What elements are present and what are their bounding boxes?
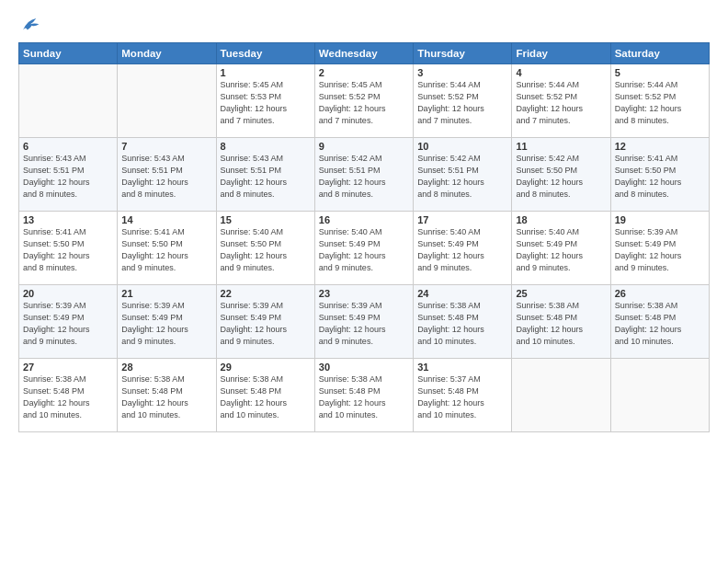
day-number: 14 — [121, 214, 211, 225]
day-number: 18 — [516, 214, 606, 225]
weekday-header-sunday: Sunday — [19, 43, 118, 64]
day-info: Sunrise: 5:39 AMSunset: 5:49 PMDaylight:… — [319, 300, 409, 348]
day-info: Sunrise: 5:41 AMSunset: 5:50 PMDaylight:… — [615, 153, 705, 201]
calendar-cell — [118, 64, 216, 138]
calendar-cell: 10Sunrise: 5:42 AMSunset: 5:51 PMDayligh… — [414, 138, 512, 212]
calendar-cell: 4Sunrise: 5:44 AMSunset: 5:52 PMDaylight… — [512, 64, 610, 138]
weekday-header-tuesday: Tuesday — [216, 43, 314, 64]
header — [18, 17, 710, 33]
day-number: 17 — [417, 214, 507, 225]
day-number: 10 — [417, 141, 507, 152]
day-number: 2 — [319, 67, 409, 78]
day-number: 9 — [319, 141, 409, 152]
calendar-cell: 1Sunrise: 5:45 AMSunset: 5:53 PMDaylight… — [216, 64, 314, 138]
calendar-cell: 19Sunrise: 5:39 AMSunset: 5:49 PMDayligh… — [610, 212, 709, 285]
day-number: 19 — [615, 214, 705, 225]
weekday-header-wednesday: Wednesday — [314, 43, 413, 64]
week-row-1: 1Sunrise: 5:45 AMSunset: 5:53 PMDaylight… — [19, 64, 710, 138]
calendar-cell: 3Sunrise: 5:44 AMSunset: 5:52 PMDaylight… — [414, 64, 512, 138]
week-row-2: 6Sunrise: 5:43 AMSunset: 5:51 PMDaylight… — [19, 138, 710, 212]
day-info: Sunrise: 5:42 AMSunset: 5:51 PMDaylight:… — [319, 153, 409, 201]
day-info: Sunrise: 5:39 AMSunset: 5:49 PMDaylight:… — [121, 300, 211, 348]
weekday-header-friday: Friday — [512, 43, 610, 64]
day-info: Sunrise: 5:42 AMSunset: 5:50 PMDaylight:… — [516, 153, 606, 201]
day-number: 5 — [615, 67, 705, 78]
weekday-header-thursday: Thursday — [414, 43, 512, 64]
day-number: 28 — [121, 362, 211, 373]
day-number: 27 — [23, 362, 113, 373]
calendar-cell: 7Sunrise: 5:43 AMSunset: 5:51 PMDaylight… — [118, 138, 216, 212]
day-number: 22 — [221, 288, 311, 299]
calendar-cell: 29Sunrise: 5:38 AMSunset: 5:48 PMDayligh… — [216, 359, 314, 432]
calendar-cell: 16Sunrise: 5:40 AMSunset: 5:49 PMDayligh… — [314, 212, 413, 285]
day-number: 23 — [319, 288, 409, 299]
day-number: 13 — [23, 214, 113, 225]
day-number: 6 — [23, 141, 113, 152]
day-number: 15 — [221, 214, 311, 225]
day-info: Sunrise: 5:38 AMSunset: 5:48 PMDaylight:… — [615, 300, 705, 348]
day-info: Sunrise: 5:45 AMSunset: 5:52 PMDaylight:… — [319, 79, 409, 127]
calendar-cell: 28Sunrise: 5:38 AMSunset: 5:48 PMDayligh… — [118, 359, 216, 432]
calendar-cell: 21Sunrise: 5:39 AMSunset: 5:49 PMDayligh… — [118, 285, 216, 359]
day-info: Sunrise: 5:44 AMSunset: 5:52 PMDaylight:… — [615, 79, 705, 127]
day-info: Sunrise: 5:38 AMSunset: 5:48 PMDaylight:… — [221, 373, 311, 421]
calendar-cell: 18Sunrise: 5:40 AMSunset: 5:49 PMDayligh… — [512, 212, 610, 285]
day-info: Sunrise: 5:38 AMSunset: 5:48 PMDaylight:… — [23, 373, 113, 421]
day-info: Sunrise: 5:40 AMSunset: 5:49 PMDaylight:… — [516, 226, 606, 274]
day-info: Sunrise: 5:38 AMSunset: 5:48 PMDaylight:… — [516, 300, 606, 348]
logo-bird-icon — [20, 17, 40, 33]
day-number: 4 — [516, 67, 606, 78]
day-number: 29 — [221, 362, 311, 373]
day-info: Sunrise: 5:39 AMSunset: 5:49 PMDaylight:… — [615, 226, 705, 274]
day-info: Sunrise: 5:45 AMSunset: 5:53 PMDaylight:… — [221, 79, 311, 127]
week-row-3: 13Sunrise: 5:41 AMSunset: 5:50 PMDayligh… — [19, 212, 710, 285]
day-info: Sunrise: 5:43 AMSunset: 5:51 PMDaylight:… — [23, 153, 113, 201]
calendar-cell: 5Sunrise: 5:44 AMSunset: 5:52 PMDaylight… — [610, 64, 709, 138]
calendar-cell: 30Sunrise: 5:38 AMSunset: 5:48 PMDayligh… — [314, 359, 413, 432]
day-number: 26 — [615, 288, 705, 299]
calendar-cell: 22Sunrise: 5:39 AMSunset: 5:49 PMDayligh… — [216, 285, 314, 359]
day-info: Sunrise: 5:40 AMSunset: 5:49 PMDaylight:… — [319, 226, 409, 274]
day-info: Sunrise: 5:38 AMSunset: 5:48 PMDaylight:… — [121, 373, 211, 421]
day-info: Sunrise: 5:43 AMSunset: 5:51 PMDaylight:… — [221, 153, 311, 201]
day-info: Sunrise: 5:44 AMSunset: 5:52 PMDaylight:… — [516, 79, 606, 127]
day-number: 30 — [319, 362, 409, 373]
calendar-cell: 8Sunrise: 5:43 AMSunset: 5:51 PMDaylight… — [216, 138, 314, 212]
day-number: 8 — [221, 141, 311, 152]
calendar-cell: 15Sunrise: 5:40 AMSunset: 5:50 PMDayligh… — [216, 212, 314, 285]
calendar-cell: 12Sunrise: 5:41 AMSunset: 5:50 PMDayligh… — [610, 138, 709, 212]
calendar-cell: 13Sunrise: 5:41 AMSunset: 5:50 PMDayligh… — [19, 212, 118, 285]
calendar-cell: 6Sunrise: 5:43 AMSunset: 5:51 PMDaylight… — [19, 138, 118, 212]
calendar-cell: 9Sunrise: 5:42 AMSunset: 5:51 PMDaylight… — [314, 138, 413, 212]
week-row-5: 27Sunrise: 5:38 AMSunset: 5:48 PMDayligh… — [19, 359, 710, 432]
calendar-cell: 14Sunrise: 5:41 AMSunset: 5:50 PMDayligh… — [118, 212, 216, 285]
day-info: Sunrise: 5:43 AMSunset: 5:51 PMDaylight:… — [121, 153, 211, 201]
day-info: Sunrise: 5:40 AMSunset: 5:50 PMDaylight:… — [221, 226, 311, 274]
day-number: 25 — [516, 288, 606, 299]
calendar-cell: 25Sunrise: 5:38 AMSunset: 5:48 PMDayligh… — [512, 285, 610, 359]
calendar-cell: 20Sunrise: 5:39 AMSunset: 5:49 PMDayligh… — [19, 285, 118, 359]
calendar-cell — [512, 359, 610, 432]
weekday-header-monday: Monday — [118, 43, 216, 64]
calendar-cell: 24Sunrise: 5:38 AMSunset: 5:48 PMDayligh… — [414, 285, 512, 359]
calendar: SundayMondayTuesdayWednesdayThursdayFrid… — [18, 42, 710, 432]
day-number: 7 — [121, 141, 211, 152]
calendar-cell: 27Sunrise: 5:38 AMSunset: 5:48 PMDayligh… — [19, 359, 118, 432]
day-info: Sunrise: 5:38 AMSunset: 5:48 PMDaylight:… — [417, 300, 507, 348]
day-number: 20 — [23, 288, 113, 299]
day-number: 11 — [516, 141, 606, 152]
day-info: Sunrise: 5:40 AMSunset: 5:49 PMDaylight:… — [417, 226, 507, 274]
day-number: 24 — [417, 288, 507, 299]
day-number: 12 — [615, 141, 705, 152]
calendar-cell: 11Sunrise: 5:42 AMSunset: 5:50 PMDayligh… — [512, 138, 610, 212]
calendar-cell: 2Sunrise: 5:45 AMSunset: 5:52 PMDaylight… — [314, 64, 413, 138]
day-info: Sunrise: 5:37 AMSunset: 5:48 PMDaylight:… — [417, 373, 507, 421]
day-number: 31 — [417, 362, 507, 373]
day-number: 21 — [121, 288, 211, 299]
logo — [18, 17, 40, 33]
day-info: Sunrise: 5:38 AMSunset: 5:48 PMDaylight:… — [319, 373, 409, 421]
calendar-cell: 23Sunrise: 5:39 AMSunset: 5:49 PMDayligh… — [314, 285, 413, 359]
week-row-4: 20Sunrise: 5:39 AMSunset: 5:49 PMDayligh… — [19, 285, 710, 359]
weekday-header-row: SundayMondayTuesdayWednesdayThursdayFrid… — [19, 43, 710, 64]
calendar-cell: 17Sunrise: 5:40 AMSunset: 5:49 PMDayligh… — [414, 212, 512, 285]
